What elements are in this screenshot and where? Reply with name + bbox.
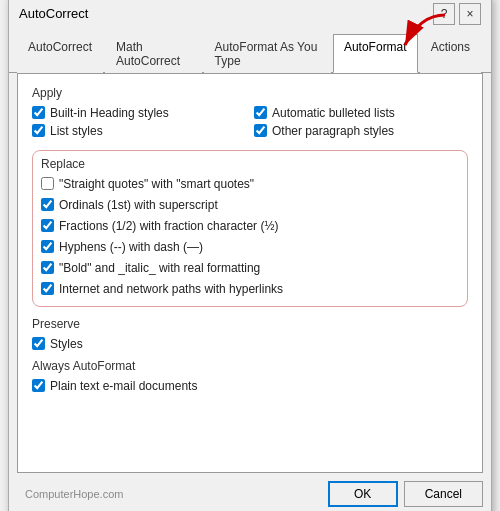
list-item: "Straight quotes" with "smart quotes" — [41, 177, 459, 191]
close-button[interactable]: × — [459, 3, 481, 25]
bold-italic-label[interactable]: "Bold" and _italic_ with real formatting — [59, 261, 260, 275]
cancel-button[interactable]: Cancel — [404, 481, 483, 507]
tab-actions[interactable]: Actions — [420, 34, 481, 73]
preserve-label: Preserve — [32, 317, 468, 331]
automatic-bulleted-label[interactable]: Automatic bulleted lists — [272, 106, 395, 120]
list-item: Plain text e-mail documents — [32, 379, 468, 393]
help-button[interactable]: ? — [433, 3, 455, 25]
watermark: ComputerHope.com — [25, 481, 322, 507]
tab-content: Apply Built-in Heading styles Automatic … — [17, 73, 483, 473]
plain-text-email-label[interactable]: Plain text e-mail documents — [50, 379, 197, 393]
list-item: Hyphens (--) with dash (—) — [41, 240, 459, 254]
hyphens-label[interactable]: Hyphens (--) with dash (—) — [59, 240, 203, 254]
automatic-bulleted-checkbox[interactable] — [254, 106, 267, 119]
list-item: Ordinals (1st) with superscript — [41, 198, 459, 212]
internet-paths-label[interactable]: Internet and network paths with hyperlin… — [59, 282, 283, 296]
list-item: Other paragraph styles — [254, 124, 468, 138]
list-item: Automatic bulleted lists — [254, 106, 468, 120]
styles-checkbox[interactable] — [32, 337, 45, 350]
always-autoformat-label: Always AutoFormat — [32, 359, 468, 373]
list-item: Styles — [32, 337, 468, 351]
apply-label: Apply — [32, 86, 468, 100]
list-item: "Bold" and _italic_ with real formatting — [41, 261, 459, 275]
list-item: List styles — [32, 124, 246, 138]
built-in-heading-checkbox[interactable] — [32, 106, 45, 119]
fractions-label[interactable]: Fractions (1/2) with fraction character … — [59, 219, 278, 233]
other-paragraph-checkbox[interactable] — [254, 124, 267, 137]
tab-autoformat-as-you-type[interactable]: AutoFormat As You Type — [204, 34, 331, 73]
tab-autocorrect[interactable]: AutoCorrect — [17, 34, 103, 73]
list-item: Built-in Heading styles — [32, 106, 246, 120]
hyphens-checkbox[interactable] — [41, 240, 54, 253]
ordinals-checkbox[interactable] — [41, 198, 54, 211]
dialog-window: AutoCorrect ? × AutoCorrect Math AutoCor… — [8, 0, 492, 511]
tab-autoformat[interactable]: AutoFormat — [333, 34, 418, 73]
title-bar: AutoCorrect ? × — [9, 0, 491, 29]
apply-section: Apply Built-in Heading styles Automatic … — [32, 86, 468, 138]
replace-label: Replace — [41, 157, 459, 171]
built-in-heading-label[interactable]: Built-in Heading styles — [50, 106, 169, 120]
replace-section: Replace "Straight quotes" with "smart qu… — [32, 150, 468, 307]
tabs-bar: AutoCorrect Math AutoCorrect AutoFormat … — [9, 29, 491, 73]
fractions-checkbox[interactable] — [41, 219, 54, 232]
straight-quotes-checkbox[interactable] — [41, 177, 54, 190]
list-item: Internet and network paths with hyperlin… — [41, 282, 459, 296]
title-bar-controls: ? × — [433, 3, 481, 25]
preserve-section: Preserve Styles — [32, 317, 468, 351]
dialog-footer: ComputerHope.com OK Cancel — [17, 473, 483, 512]
apply-checkboxes: Built-in Heading styles Automatic bullet… — [32, 106, 468, 138]
ok-button[interactable]: OK — [328, 481, 398, 507]
tab-math-autocorrect[interactable]: Math AutoCorrect — [105, 34, 202, 73]
other-paragraph-label[interactable]: Other paragraph styles — [272, 124, 394, 138]
list-styles-label[interactable]: List styles — [50, 124, 103, 138]
styles-label[interactable]: Styles — [50, 337, 83, 351]
list-item: Fractions (1/2) with fraction character … — [41, 219, 459, 233]
dialog-title: AutoCorrect — [19, 6, 88, 21]
bold-italic-checkbox[interactable] — [41, 261, 54, 274]
ordinals-label[interactable]: Ordinals (1st) with superscript — [59, 198, 218, 212]
always-autoformat-section: Always AutoFormat Plain text e-mail docu… — [32, 359, 468, 393]
plain-text-email-checkbox[interactable] — [32, 379, 45, 392]
replace-checkboxes: "Straight quotes" with "smart quotes" Or… — [41, 177, 459, 300]
list-styles-checkbox[interactable] — [32, 124, 45, 137]
internet-paths-checkbox[interactable] — [41, 282, 54, 295]
straight-quotes-label[interactable]: "Straight quotes" with "smart quotes" — [59, 177, 254, 191]
